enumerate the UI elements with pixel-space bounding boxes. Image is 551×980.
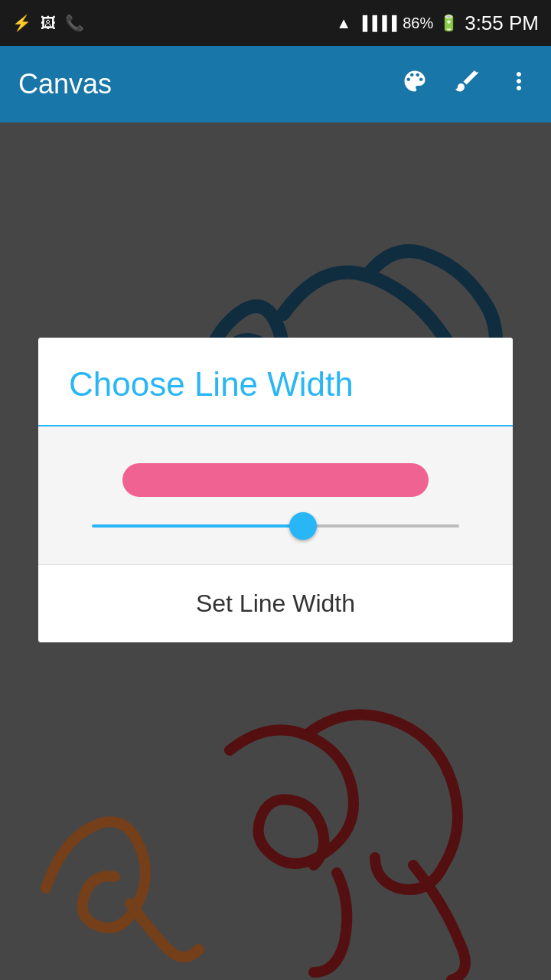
line-width-dialog: Choose Line Width Set Line Width xyxy=(38,338,513,642)
dialog-content xyxy=(38,426,513,564)
signal-bars-icon: ▐▐▐▐ xyxy=(357,15,396,31)
status-bar: ⚡ 🖼 📞 ▲ ▐▐▐▐ 86% 🔋 3:55 PM xyxy=(0,0,551,46)
wifi-icon: ▲ xyxy=(336,15,351,32)
status-left-icons: ⚡ 🖼 📞 xyxy=(12,14,84,32)
image-icon: 🖼 xyxy=(41,15,56,32)
line-width-preview xyxy=(122,463,429,497)
dialog-title: Choose Line Width xyxy=(69,365,354,403)
status-right-icons: ▲ ▐▐▐▐ 86% 🔋 3:55 PM xyxy=(336,11,539,35)
line-width-slider[interactable] xyxy=(92,524,459,528)
more-icon[interactable] xyxy=(505,67,533,101)
brush-icon[interactable] xyxy=(453,67,481,101)
dialog-overlay: Choose Line Width Set Line Width xyxy=(0,122,551,980)
app-bar-actions xyxy=(401,67,533,101)
palette-icon[interactable] xyxy=(401,67,429,101)
dialog-title-area: Choose Line Width xyxy=(38,338,513,426)
status-time: 3:55 PM xyxy=(465,11,539,35)
set-line-width-button[interactable]: Set Line Width xyxy=(38,565,513,642)
app-title: Canvas xyxy=(18,68,401,100)
canvas-area: Choose Line Width Set Line Width xyxy=(0,122,551,980)
app-bar: Canvas xyxy=(0,46,551,122)
battery-icon: 🔋 xyxy=(439,14,458,32)
phone-icon: 📞 xyxy=(65,14,84,32)
usb-icon: ⚡ xyxy=(12,14,31,32)
battery-percent: 86% xyxy=(403,15,433,32)
dialog-actions: Set Line Width xyxy=(38,564,513,642)
